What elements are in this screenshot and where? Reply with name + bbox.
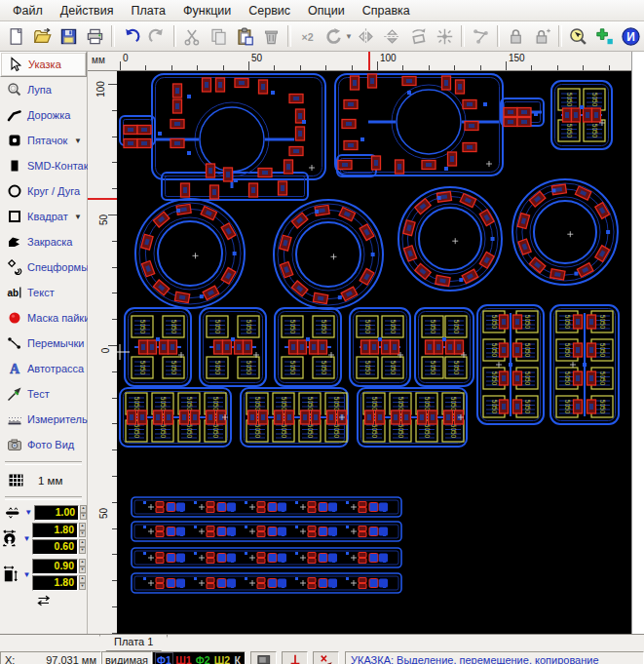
svg-text:5050: 5050 [566,93,573,107]
pcb-artwork: 5050505050505050505050505050505050505050… [117,71,631,634]
sidebar-tool-circle-arc[interactable]: Круг / Дуга [0,178,87,204]
svg-text:5050: 5050 [307,397,314,411]
sidebar-tool-square[interactable]: Квадрат ▼ [0,204,87,229]
dropdown-arrow-icon[interactable]: ▼ [21,534,32,543]
sidebar-tool-measure[interactable]: Измеритель [0,407,87,432]
mirror-horizontal-button[interactable] [353,22,379,50]
spinner[interactable]: ▲▼ [79,523,86,537]
menu-help[interactable]: Справка [354,2,419,20]
sidebar-tool-test[interactable]: Тест [0,381,87,407]
svg-text:ab: ab [7,288,19,298]
duplicate-button[interactable]: ×2 [294,22,321,50]
open-button[interactable] [29,22,56,50]
sidebar-tool-smd-contact[interactable]: SMD-Контакт [0,153,87,178]
undo-button[interactable] [118,22,144,50]
sidebar-tool-track[interactable]: Дорожка [0,102,87,128]
svg-text:5050: 5050 [139,361,146,375]
menu-service[interactable]: Сервис [240,2,299,20]
swap-values-button[interactable] [0,593,87,612]
sidebar-tool-photo-view[interactable]: Фото Вид [0,432,87,457]
dropdown-arrow-icon[interactable]: ▼ [74,137,82,145]
cut-button[interactable] [179,22,206,50]
svg-text:5050: 5050 [133,424,140,439]
dropdown-arrow-icon[interactable]: ▼ [74,213,82,221]
print-button[interactable] [82,22,108,50]
svg-text:5050: 5050 [254,424,261,439]
spinner[interactable]: ▲▼ [79,539,86,554]
sidebar-tool-jumpers[interactable]: Перемычки [0,331,87,356]
new-document-button[interactable] [3,22,29,50]
svg-text:5050: 5050 [450,424,457,439]
layer-К[interactable]: К [234,654,240,664]
rotate-group-button[interactable] [405,22,432,50]
lock-group-button[interactable] [529,22,555,50]
zoom-button[interactable] [565,22,591,50]
sidebar-tool-pointer[interactable]: Указка [0,52,87,77]
redo-button[interactable] [144,22,170,50]
rotate-button[interactable] [321,22,347,50]
connections-button[interactable] [468,22,494,50]
sidebar-tool-fill[interactable]: Закраска [0,229,87,254]
svg-text:5050: 5050 [524,315,531,330]
sidebar-tool-label: Дорожка [27,109,70,121]
menu-actions[interactable]: Действия [52,2,123,20]
smd-height-field[interactable]: 1.80 [32,575,78,591]
sidebar-tool-label: Маска пайки [27,312,90,324]
svg-text:5050: 5050 [564,315,571,330]
status-button-b[interactable] [282,651,308,664]
mirror-h-icon [357,27,375,46]
delete-button[interactable] [258,22,284,50]
paste-button[interactable] [232,22,258,50]
track-width-field[interactable]: 1.00 [34,505,79,521]
grid-size-button[interactable]: 1 мм [0,469,87,492]
layer-Ш2[interactable]: Ш2 [214,654,230,664]
dropdown-arrow-icon[interactable]: ▼ [23,508,34,517]
status-hint: УКАЗКА: Выделение, перемещение, копирова… [345,651,644,664]
sidebar-tool-text[interactable]: ab Текст [0,280,87,305]
tab-strip: Плата 1 [0,634,644,651]
spinner[interactable]: ▲▼ [79,575,86,590]
spinner[interactable]: ▲▼ [79,559,86,573]
layer-visibility-button[interactable]: видимая [101,651,152,664]
sidebar-tool-loupe[interactable]: Лупа [0,77,87,102]
menu-board[interactable]: Плата [123,2,175,20]
pcb-canvas[interactable]: 5050505050505050505050505050505050505050… [117,71,631,634]
svg-text:5050: 5050 [599,315,606,330]
mirror-vertical-button[interactable] [379,22,405,50]
pad-outer-field[interactable]: 1.80 [32,523,78,538]
svg-text:5050: 5050 [599,343,606,358]
pad-inner-field[interactable]: 0.60 [32,539,78,555]
copy-button[interactable] [206,22,232,50]
layer-Ф2[interactable]: Ф2 [196,654,210,664]
svg-text:5050: 5050 [371,397,378,411]
sidebar-tool-label: Текст [27,287,55,298]
svg-text:5050: 5050 [491,343,498,358]
menu-functions[interactable]: Функции [174,2,240,20]
via-mode-button[interactable] [591,22,618,50]
smd-size-control: ▼ 0.90▲▼ 1.80▲▼ [0,558,87,591]
dropdown-arrow-icon[interactable]: ▼ [21,570,32,579]
sidebar-tool-solder-mask[interactable]: Маска пайки [0,305,87,331]
sidebar-tool-special-forms[interactable]: Спецформы [0,254,87,280]
layer-Ш1[interactable]: Ш1 [175,654,191,664]
sidebar-tool-label: Круг / Дуга [27,185,80,197]
lock-button[interactable] [503,22,529,50]
status-button-c[interactable] [313,651,339,664]
smd-width-field[interactable]: 0.90 [32,559,78,574]
svg-text:5050: 5050 [307,424,314,439]
pad-icon [7,133,22,148]
status-button-a[interactable] [250,651,277,664]
horizontal-ruler: 050100150 [117,52,631,71]
tab-board-1[interactable]: Плата 1 [99,635,168,651]
menu-file[interactable]: Файл [4,2,52,20]
sidebar-tool-autoroute[interactable]: A Автотрасса [0,356,87,381]
menu-options[interactable]: Опции [299,2,354,20]
info-button[interactable]: И [618,22,644,50]
save-button[interactable] [56,22,82,50]
align-button[interactable] [432,22,458,50]
svg-text:5050: 5050 [246,320,252,334]
sidebar-tool-pad[interactable]: Пятачок ▼ [0,128,87,153]
spinner[interactable]: ▲▼ [80,505,87,520]
fill-icon [7,234,22,250]
layer-Ф1[interactable]: Ф1 [157,654,171,664]
